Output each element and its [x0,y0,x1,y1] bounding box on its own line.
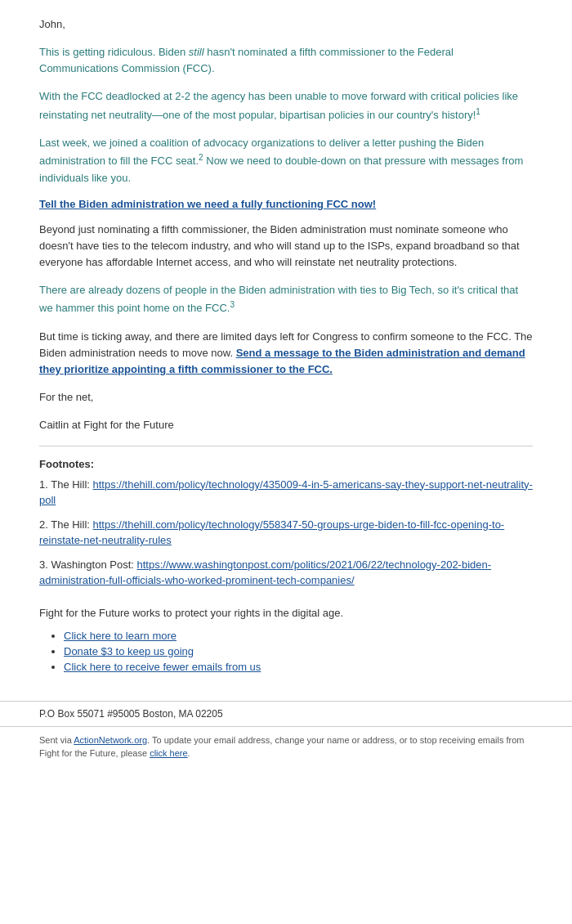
paragraph-4: Beyond just nominating a fifth commissio… [39,222,533,271]
footer-link-item-2: Donate $3 to keep us going [64,645,533,657]
footer-links: Click here to learn more Donate $3 to ke… [39,630,533,673]
paragraph-5: There are already dozens of people in th… [39,282,533,317]
paragraph-2: With the FCC deadlocked at 2-2 the agenc… [39,88,533,123]
email-body: John, This is getting ridiculous. Biden … [0,0,572,701]
footnotes-title: Footnotes: [39,458,533,470]
signature: Caitlin at Fight for the Future [39,417,533,433]
footnotes-section: Footnotes: 1. The Hill: https://thehill.… [39,458,533,589]
main-cta-link[interactable]: Tell the Biden administration we need a … [39,198,533,210]
footnote-2-link[interactable]: https://thehill.com/policy/technology/55… [39,518,504,547]
donate-link[interactable]: Donate $3 to keep us going [64,645,194,657]
footnote-2: 2. The Hill: https://thehill.com/policy/… [39,517,533,549]
footer-mission: Fight for the Future works to protect yo… [39,605,533,621]
divider [39,446,533,446]
paragraph-6: But time is ticking away, and there are … [39,329,533,378]
unsubscribe-link[interactable]: click here [150,748,187,758]
action-network-link[interactable]: ActionNetwork.org [74,735,147,745]
paragraph-3: Last week, we joined a coalition of advo… [39,135,533,186]
footnote-1-link[interactable]: https://thehill.com/policy/technology/43… [39,478,533,507]
footer-link-item-1: Click here to learn more [64,630,533,642]
paragraph-1: This is getting ridiculous. Biden still … [39,44,533,77]
learn-more-link[interactable]: Click here to learn more [64,630,177,642]
fewer-emails-link[interactable]: Click here to receive fewer emails from … [64,661,261,673]
email-footer: Sent via ActionNetwork.org. To update yo… [0,726,572,767]
sign-off: For the net, [39,389,533,406]
footer-link-item-3: Click here to receive fewer emails from … [64,661,533,673]
address-bar: P.O Box 55071 #95005 Boston, MA 02205 [0,701,572,726]
mailing-address: P.O Box 55071 #95005 Boston, MA 02205 [39,708,223,720]
greeting: John, [39,16,533,33]
footnote-3: 3. Washington Post: https://www.washingt… [39,557,533,589]
footnote-1: 1. The Hill: https://thehill.com/policy/… [39,477,533,509]
